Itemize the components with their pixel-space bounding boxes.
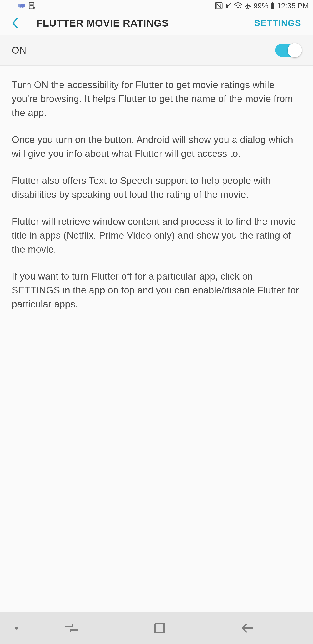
- accessibility-toggle-row: ON: [0, 35, 313, 66]
- description-paragraph: Turn ON the accessibility for Flutter to…: [12, 78, 301, 120]
- status-bar-left: [17, 2, 36, 9]
- battery-percent: 99%: [254, 2, 268, 10]
- recents-button[interactable]: [64, 623, 78, 633]
- back-button[interactable]: [12, 18, 27, 28]
- back-nav-button[interactable]: [241, 623, 254, 634]
- wifi-icon: [234, 2, 242, 9]
- app-bar: FLUTTER MOVIE RATINGS SETTINGS: [0, 11, 313, 35]
- description-paragraph: If you want to turn Flutter off for a pa…: [12, 269, 301, 311]
- svg-point-9: [237, 7, 239, 8]
- back-arrow-icon: [241, 623, 254, 634]
- svg-rect-10: [272, 2, 274, 3]
- status-bar: 99% 12:35 PM: [0, 0, 313, 11]
- home-button[interactable]: [154, 622, 165, 634]
- app-notification-icon: [17, 3, 26, 8]
- settings-button[interactable]: SETTINGS: [254, 18, 301, 28]
- home-icon: [154, 622, 165, 634]
- accessibility-toggle[interactable]: [275, 44, 301, 57]
- description-paragraph: Flutter will retrieve window content and…: [12, 214, 301, 256]
- page-title: FLUTTER MOVIE RATINGS: [27, 17, 254, 29]
- nfc-icon: [215, 2, 223, 9]
- clock-time: 12:35 PM: [277, 2, 309, 10]
- system-navigation-bar: [0, 612, 313, 644]
- svg-point-1: [20, 4, 25, 8]
- switch-thumb: [288, 43, 302, 58]
- svg-rect-11: [271, 3, 274, 9]
- nav-hide-button[interactable]: [15, 626, 18, 630]
- description-content: Turn ON the accessibility for Flutter to…: [0, 66, 313, 333]
- airplane-mode-icon: [244, 2, 251, 9]
- sim-alert-icon: [29, 2, 36, 9]
- status-bar-right: 99% 12:35 PM: [215, 2, 309, 10]
- description-paragraph: Flutter also offers Text to Speech suppo…: [12, 174, 301, 202]
- description-paragraph: Once you turn on the button, Android wil…: [12, 133, 301, 160]
- toggle-state-label: ON: [12, 45, 26, 56]
- chevron-left-icon: [12, 18, 18, 28]
- mute-icon: [225, 2, 232, 9]
- recents-icon: [64, 623, 78, 633]
- battery-icon: [270, 2, 275, 9]
